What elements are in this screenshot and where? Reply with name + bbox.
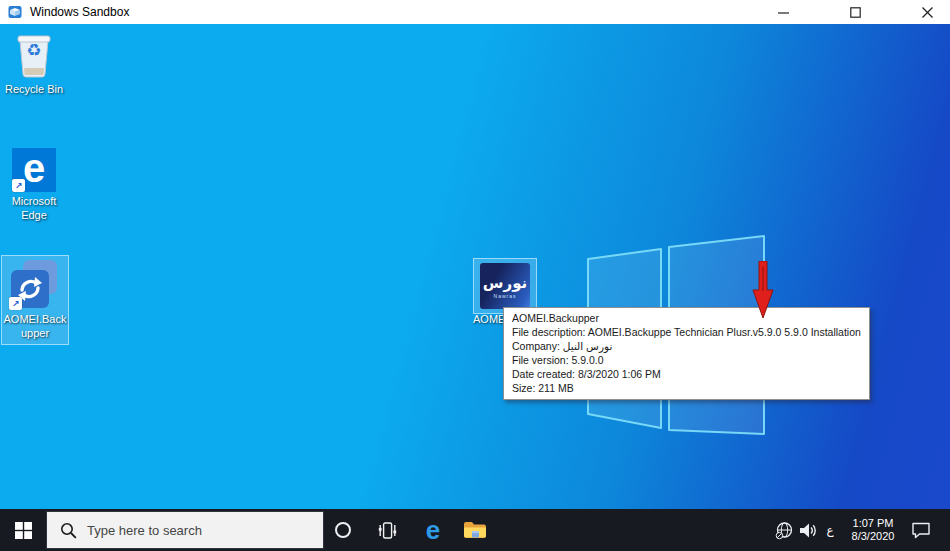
network-globe-icon bbox=[775, 521, 794, 540]
file-explorer-icon bbox=[463, 521, 487, 540]
tooltip-file-version: File version: 5.9.0.0 bbox=[512, 353, 861, 367]
volume-button[interactable] bbox=[797, 509, 819, 551]
clock-time: 1:07 PM bbox=[853, 517, 894, 530]
taskbar: Type here to search e bbox=[0, 509, 950, 551]
file-explorer-button[interactable] bbox=[456, 509, 494, 551]
minimize-button[interactable] bbox=[760, 0, 806, 24]
tooltip-file-name: AOMEI.Backupper bbox=[512, 311, 861, 325]
edge-icon: e bbox=[426, 517, 440, 543]
edge-icon: e ↗ bbox=[12, 148, 56, 192]
icon-label: Microsoft Edge bbox=[4, 194, 64, 222]
network-status-button[interactable] bbox=[773, 509, 795, 551]
window-title: Windows Sandbox bbox=[30, 5, 129, 19]
icon-label: AOMEI.Backupper bbox=[3, 312, 67, 340]
shortcut-arrow-icon: ↗ bbox=[9, 297, 22, 310]
cortana-button[interactable] bbox=[324, 509, 362, 551]
close-icon bbox=[922, 7, 933, 18]
shortcut-arrow-icon: ↗ bbox=[12, 179, 25, 192]
clock-date: 8/3/2020 bbox=[852, 530, 895, 543]
recycle-bin-icon: ♻ bbox=[12, 30, 56, 80]
tooltip-file-description: File description: AOMEI.Backuppe Technic… bbox=[512, 325, 861, 339]
icon-label: Recycle Bin bbox=[5, 82, 63, 96]
title-bar: Windows Sandbox bbox=[0, 0, 950, 24]
taskbar-search-input[interactable]: Type here to search bbox=[46, 511, 324, 549]
search-placeholder: Type here to search bbox=[87, 523, 202, 538]
aomei-backupper-icon: ↗ bbox=[9, 260, 61, 310]
windows-start-icon bbox=[15, 522, 32, 539]
close-button[interactable] bbox=[904, 0, 950, 24]
maximize-button[interactable] bbox=[832, 0, 878, 24]
language-indicator[interactable]: ع bbox=[820, 509, 840, 551]
maximize-icon bbox=[850, 7, 861, 18]
taskbar-clock[interactable]: 1:07 PM 8/3/2020 bbox=[844, 509, 902, 551]
desktop: ♻ Recycle Bin e ↗ Microsoft Edge bbox=[0, 24, 950, 509]
taskbar-edge-button[interactable]: e bbox=[414, 509, 452, 551]
red-down-arrow-icon bbox=[752, 261, 774, 319]
minimize-icon bbox=[778, 7, 789, 18]
desktop-icon-nawras-installer[interactable]: نورس Nawras bbox=[474, 259, 536, 313]
tooltip-size: Size: 211 MB bbox=[512, 381, 861, 395]
start-button[interactable] bbox=[0, 509, 46, 551]
desktop-icon-microsoft-edge[interactable]: e ↗ Microsoft Edge bbox=[4, 148, 64, 222]
nawras-installer-icon: نورس Nawras bbox=[480, 263, 530, 309]
volume-icon bbox=[799, 522, 818, 539]
task-view-button[interactable] bbox=[368, 509, 406, 551]
task-view-icon bbox=[378, 522, 397, 539]
recycle-symbol-icon: ♻ bbox=[12, 40, 56, 61]
tooltip-date-created: Date created: 8/3/2020 1:06 PM bbox=[512, 367, 861, 381]
search-icon bbox=[60, 522, 77, 539]
action-center-icon bbox=[911, 522, 931, 539]
desktop-icon-recycle-bin[interactable]: ♻ Recycle Bin bbox=[2, 30, 66, 96]
cortana-icon bbox=[334, 521, 352, 539]
action-center-button[interactable] bbox=[906, 509, 936, 551]
file-info-tooltip: AOMEI.Backupper File description: AOMEI.… bbox=[503, 307, 870, 400]
sandbox-app-icon bbox=[8, 5, 22, 19]
desktop-icon-aomei-backupper[interactable]: ↗ AOMEI.Backupper bbox=[2, 256, 68, 344]
windows-sandbox-window: Windows Sandbox bbox=[0, 0, 950, 551]
tooltip-company: Company: نورس النيل bbox=[512, 339, 861, 353]
